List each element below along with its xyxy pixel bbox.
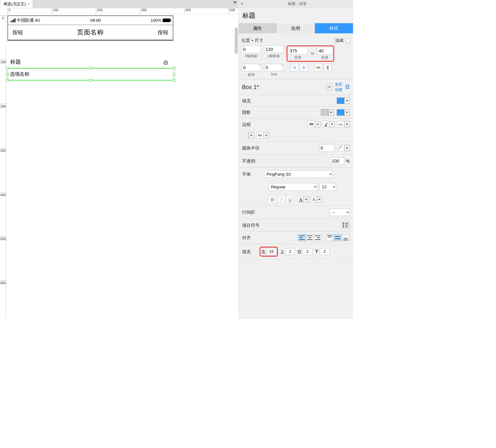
hide-checkbox[interactable] bbox=[346, 38, 350, 43]
copy-style-icon[interactable] bbox=[345, 84, 350, 90]
border-width-control[interactable] bbox=[308, 121, 315, 128]
pad-right-input[interactable] bbox=[303, 248, 312, 255]
pad-right-label: 右 bbox=[297, 249, 302, 254]
resize-handle[interactable] bbox=[173, 73, 176, 76]
flip-horizontal-button[interactable] bbox=[291, 64, 299, 71]
design-canvas[interactable]: 中国联通 4G 09:00 100% 按钮 页面名称 按钮 标题 bbox=[6, 14, 238, 319]
height-label: 高度 bbox=[321, 56, 328, 60]
svg-rect-1 bbox=[347, 86, 349, 89]
pad-top-input[interactable] bbox=[285, 248, 295, 255]
ruler-tick: 0 bbox=[7, 8, 11, 14]
flip-vertical-button[interactable] bbox=[300, 64, 308, 71]
corner-radius-input[interactable] bbox=[319, 144, 335, 152]
resize-handle[interactable] bbox=[89, 79, 92, 82]
corner-shape-dropdown[interactable] bbox=[344, 145, 349, 151]
collapse-icon[interactable]: ↖ bbox=[241, 2, 244, 6]
ruler-tick: 500 bbox=[228, 8, 235, 14]
fit-height-button[interactable] bbox=[324, 64, 332, 71]
opacity-row: 不透明: % bbox=[238, 155, 353, 168]
outer-shadow-dropdown[interactable] bbox=[328, 109, 334, 115]
document-tab[interactable]: 单选(无交互) × bbox=[0, 0, 33, 8]
section-title-widget[interactable]: 标题 bbox=[8, 56, 173, 68]
opacity-input[interactable] bbox=[330, 157, 345, 165]
padding-left-highlight: 左 bbox=[260, 247, 278, 256]
position-size-label: 位置 • 尺寸 bbox=[241, 37, 263, 43]
text-color-button[interactable]: A bbox=[298, 196, 303, 203]
phone-frame[interactable]: 中国联通 4G 09:00 100% 按钮 页面名称 按钮 bbox=[7, 16, 173, 41]
border-row: 边框 bbox=[238, 119, 353, 142]
border-pattern-dropdown[interactable] bbox=[264, 132, 269, 138]
scrollbar-vertical[interactable] bbox=[235, 27, 238, 54]
create-style-link[interactable]: 创建 bbox=[335, 87, 342, 92]
text-color-dropdown[interactable] bbox=[304, 196, 309, 203]
close-icon[interactable]: × bbox=[28, 2, 30, 6]
svg-point-12 bbox=[343, 225, 344, 225]
resize-handle[interactable] bbox=[6, 79, 9, 82]
padding-label: 填充 bbox=[242, 249, 251, 254]
line-spacing-select[interactable]: -- bbox=[330, 208, 349, 216]
document-tabbar: 单选(无交互) × bbox=[0, 0, 238, 8]
y-input[interactable] bbox=[264, 46, 284, 53]
text-effects-dropdown[interactable] bbox=[317, 196, 322, 203]
align-right-button[interactable] bbox=[314, 234, 322, 241]
ruler-tick: 200 bbox=[96, 8, 102, 14]
border-color-dropdown[interactable] bbox=[329, 121, 335, 128]
text-rotation-input[interactable] bbox=[264, 64, 284, 71]
lock-aspect-icon[interactable]: ⇆ bbox=[311, 51, 314, 56]
x-input[interactable] bbox=[241, 46, 261, 53]
tab-notes[interactable]: 说明 bbox=[277, 23, 315, 34]
svg-rect-7 bbox=[244, 134, 247, 137]
nav-right-button[interactable]: 按钮 bbox=[158, 29, 168, 36]
resize-handle[interactable] bbox=[6, 73, 9, 76]
underline-button[interactable]: U bbox=[286, 196, 294, 203]
pad-left-input[interactable] bbox=[267, 248, 276, 255]
resize-handle[interactable] bbox=[173, 67, 176, 69]
border-style-control[interactable] bbox=[337, 121, 344, 128]
resize-handle[interactable] bbox=[89, 67, 92, 69]
nav-left-button[interactable]: 按钮 bbox=[12, 29, 23, 36]
style-preset-name[interactable]: Box 1* bbox=[242, 83, 259, 90]
update-style-link[interactable]: 更新 bbox=[335, 82, 342, 87]
align-top-button[interactable] bbox=[326, 234, 334, 241]
ruler-tick: 0 bbox=[0, 16, 6, 20]
fill-color-swatch[interactable] bbox=[337, 98, 344, 104]
fill-row: 填充 bbox=[238, 95, 353, 107]
border-visibility-dropdown[interactable] bbox=[249, 132, 254, 138]
resize-handle[interactable] bbox=[173, 79, 176, 82]
align-center-button[interactable] bbox=[306, 234, 314, 241]
fill-dropdown[interactable] bbox=[344, 98, 349, 104]
align-middle-button[interactable] bbox=[334, 234, 342, 241]
font-size-select[interactable]: 13 bbox=[319, 183, 336, 190]
text-effects-button[interactable]: A bbox=[311, 196, 316, 203]
tab-style[interactable]: 样式 bbox=[315, 23, 353, 34]
style-preset-dropdown[interactable] bbox=[327, 84, 332, 90]
fit-width-button[interactable] bbox=[314, 64, 322, 71]
tab-dropdown-icon[interactable] bbox=[233, 1, 237, 4]
font-family-select[interactable]: PingFang SC bbox=[264, 170, 333, 178]
font-row: 字体 PingFang SC Regular 13 B I U A A bbox=[238, 168, 353, 206]
outer-shadow-swatch[interactable] bbox=[321, 109, 328, 115]
align-bottom-button[interactable] bbox=[342, 234, 350, 241]
width-input[interactable] bbox=[288, 47, 308, 55]
italic-button[interactable]: I bbox=[277, 196, 286, 203]
inner-shadow-swatch[interactable] bbox=[337, 109, 344, 115]
border-color-control[interactable] bbox=[323, 121, 329, 128]
bullets-button[interactable] bbox=[342, 222, 350, 229]
inspector-panel: ↖ 检视：矩形 标题 属性 说明 样式 位置 • 尺寸 隐藏 X轴坐标 bbox=[238, 0, 353, 319]
rotation-input[interactable] bbox=[241, 64, 261, 71]
pad-bottom-input[interactable] bbox=[320, 248, 329, 255]
bold-button[interactable]: B bbox=[268, 196, 277, 203]
selected-widget[interactable]: 选项名称 bbox=[7, 68, 174, 80]
align-left-button[interactable] bbox=[298, 234, 306, 241]
height-input[interactable] bbox=[317, 47, 333, 55]
inner-shadow-dropdown[interactable] bbox=[344, 109, 349, 115]
tab-properties[interactable]: 属性 bbox=[238, 23, 277, 34]
font-weight-select[interactable]: Regular bbox=[268, 183, 317, 190]
border-visibility-control[interactable] bbox=[242, 132, 249, 139]
corner-shape-button[interactable] bbox=[338, 145, 344, 151]
svg-rect-0 bbox=[346, 85, 349, 88]
border-style-dropdown[interactable] bbox=[344, 121, 349, 128]
padding-row: 填充 左 上 右 下 bbox=[238, 244, 353, 259]
resize-handle[interactable] bbox=[6, 67, 9, 69]
border-width-dropdown[interactable] bbox=[315, 121, 320, 128]
